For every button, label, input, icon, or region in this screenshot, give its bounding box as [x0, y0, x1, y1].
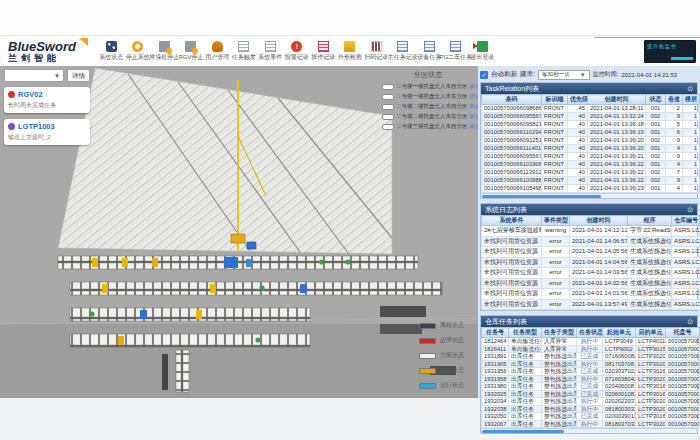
operation-records-icon	[318, 41, 329, 52]
table-row[interactable]: 1931980出库任务整包拣选出库已完成0204060081LCTP301600…	[482, 383, 700, 391]
table-row[interactable]: 001005700066095821621FRONT402021-04-01 1…	[482, 121, 700, 129]
table-row[interactable]: 未找到可用货位资源error2021-04-01 14:01:56生成系统拣选任…	[482, 289, 700, 300]
table-cell: 2021-04-01 13:36:23	[588, 185, 646, 193]
table-row[interactable]: 未找到可用货位资源error2021-04-01 13:57:49生成系统拣选任…	[482, 299, 700, 310]
zone-track-link[interactable]: 轨迹	[470, 113, 479, 120]
table-row[interactable]: 1932050出库任务整包拣选出库已完成0200039011LCTP301600…	[482, 413, 700, 421]
zone-track-link[interactable]: 轨迹	[470, 93, 479, 100]
collapse-icon[interactable]: ⊙	[687, 316, 693, 327]
toolbar-button-operation-records[interactable]: 操作记录	[310, 41, 337, 62]
table-row[interactable]: 1931956出库任务整包拣选出库已完成0203037022LCTP301600…	[482, 368, 700, 376]
collapse-icon[interactable]: ⊙	[687, 83, 693, 94]
table-cell: 未找到可用货位资源	[482, 247, 542, 258]
table-row[interactable]: 001005700066095567701FRONT402021-04-01 1…	[482, 113, 700, 121]
checkbox-icon[interactable]	[382, 124, 394, 130]
toolbar-button-stop-system[interactable]: 停止系统	[125, 41, 152, 62]
table-cell: 出库任务	[509, 390, 542, 398]
table-row[interactable]: 001005700066111401901FRONT402021-04-01 1…	[482, 145, 700, 153]
table-row[interactable]: 001005700066095567702FRONT402021-04-01 1…	[482, 153, 700, 161]
table-cell: 整包拣选出库	[542, 398, 577, 406]
toolbar-button-rgv-stop[interactable]: RGV停止	[178, 41, 205, 62]
details-button[interactable]: 详情	[67, 69, 90, 82]
table-cell: 未找到可用货位资源	[482, 236, 542, 247]
table-row[interactable]: 001005700066113912005FRONT402021-04-01 1…	[482, 169, 700, 177]
toolbar-button-task-trigger[interactable]: 任务触发	[231, 41, 258, 62]
zone-track-link[interactable]: 轨迹	[470, 83, 479, 90]
zone-checkbox-item[interactable]: 二号楼二楼托盘北入库西分区 轨迹	[382, 103, 474, 110]
table-row[interactable]: 1932025出库任务整包拣选出库已完成0206001082LCTP301600…	[482, 390, 700, 398]
zone-checkbox-item[interactable]: 二号楼三楼托盘北入库西分区 轨迹	[382, 123, 474, 130]
toolbar-button-logout[interactable]: 退出登录	[469, 41, 496, 62]
table-row[interactable]: 未找到可用货位资源error2021-04-01 14:03:56生成系统拣选任…	[482, 268, 700, 279]
table-cell: 001005700066101906391	[482, 161, 542, 169]
checkbox-icon[interactable]	[382, 84, 394, 90]
table-cell: 1931905	[482, 360, 509, 368]
table-row[interactable]: 未找到可用货位资源error2021-04-01 14:04:56生成系统拣选任…	[482, 257, 700, 268]
table-row[interactable]: 001005700066091251231FRONT402021-04-01 1…	[482, 137, 700, 145]
toolbar-button-profile-detection[interactable]: 外形检测	[337, 41, 364, 62]
table-cell: 0818037032	[603, 420, 636, 428]
main-area: ▼ 详情 RGV02 长时间未完成任务 LGTP1003 输送上货超时_2 分区…	[0, 66, 700, 398]
table-row[interactable]: 1931891出库任务整包拣选出库已完成0716060082LCTP302000…	[482, 353, 700, 361]
table-cell: LCTP3016	[636, 390, 666, 398]
table-cell: 2021-04-01 14:03:56	[570, 268, 628, 279]
table-cell: 生成系统拣选任务模块	[628, 257, 672, 268]
table-row[interactable]: 001005700066098686219FRONT452021-04-01 1…	[482, 105, 700, 113]
table-row[interactable]: 1826411单向输送任务入库异常执行中LCTP9002LCTP30150010…	[482, 345, 700, 353]
table-row[interactable]: 001005700066105498571FRONT402021-04-01 1…	[482, 185, 700, 193]
refresh-rate-select[interactable]: 每30秒一次 ▼	[538, 70, 590, 80]
toolbar-button-scan-records[interactable]: 扫码记录	[363, 41, 390, 62]
table-cell: 2021-04-01 14:05:56	[570, 247, 628, 258]
panel-title: 仓库任务列表	[485, 316, 527, 327]
table-cell: 单向输送任务	[509, 345, 542, 353]
table-row[interactable]: 未找到可用货位资源error2021-04-01 14:02:56生成系统拣选任…	[482, 278, 700, 289]
zone-checkbox-item[interactable]: 二号楼二楼托盘北入库东分区 轨迹	[382, 113, 474, 120]
toolbar-button-system-events[interactable]: 系统事件	[257, 41, 284, 62]
toolbar-button-pg-tasks[interactable]: PG二车任务	[443, 41, 470, 62]
table-cell: 1932038	[482, 405, 509, 413]
table-row[interactable]: 001005700066100988811FRONT402021-04-01 1…	[482, 177, 700, 185]
table-cell: 整包拣选出库	[542, 368, 577, 376]
table-row[interactable]: 2#七层穿梭车接驳超时提醒:平冶代码warning2021-04-01 14:1…	[482, 226, 700, 237]
column-header: 条码	[482, 95, 542, 105]
zone-track-link[interactable]: 轨迹	[470, 123, 479, 130]
toolbar-button-stacker-stop[interactable]: 堆垛机停止	[151, 41, 178, 62]
collapse-icon[interactable]: ⊙	[687, 204, 693, 215]
zone-track-link[interactable]: 轨迹	[470, 103, 479, 110]
table-row[interactable]: 未找到可用货位资源error2021-04-01 14:06:57生成系统拣选任…	[482, 236, 700, 247]
table-row[interactable]: 未找到可用货位资源error2021-04-01 14:05:56生成系统拣选任…	[482, 247, 700, 258]
checkbox-icon[interactable]	[382, 94, 394, 100]
table-cell: 001	[646, 105, 666, 113]
table-row[interactable]: 1932038出库任务整包拣选出库执行中0818003032LCTP302000…	[482, 405, 700, 413]
auto-refresh-checkbox[interactable]	[480, 71, 488, 79]
h-scrollbar[interactable]	[481, 428, 697, 433]
table-row[interactable]: 1932067出库任务整包拣选出库执行中0818037032LCTP302000…	[482, 420, 700, 428]
legend-item: 空闲状态	[419, 351, 464, 360]
table-row[interactable]: 001005700066101906391FRONT402021-04-01 1…	[482, 161, 700, 169]
alert-card[interactable]: LGTP1003 输送上货超时_2	[4, 119, 90, 145]
column-header: 巷道	[666, 95, 683, 105]
device-filter-select[interactable]: ▼	[4, 69, 64, 82]
checkbox-icon[interactable]	[382, 104, 394, 110]
toolbar-button-system-status[interactable]: 系统状态	[98, 41, 125, 62]
table-row[interactable]: 1931958出库任务整包拣选出库执行中0716038042LCTP302000…	[482, 375, 700, 383]
checkbox-icon[interactable]	[382, 114, 394, 120]
table-row[interactable]: 1932034出库任务整包拣选出库执行中0202022033LCTP302000…	[482, 398, 700, 406]
alert-card[interactable]: RGV02 长时间未完成任务	[4, 87, 90, 113]
toolbar-button-alarm-records[interactable]: 报警记录	[284, 41, 311, 62]
warehouse-3d-view[interactable]: ▼ 详情 RGV02 长时间未完成任务 LGTP1003 输送上货超时_2 分区…	[0, 66, 478, 398]
column-header: 系统事件	[482, 216, 542, 226]
table-cell: 2021-04-01 13:36:22	[588, 169, 646, 177]
zone-checkbox-item[interactable]: 二号楼一楼托盘北入库西分区 轨迹	[382, 83, 474, 90]
table-cell: 0204060081	[603, 383, 636, 391]
table-row[interactable]: 1931905出库任务整包拣选出库执行中0817037081LCTP302000…	[482, 360, 700, 368]
table-cell: 整包拣选出库	[542, 413, 577, 421]
toolbar-button-user-management[interactable]: 用户管理	[204, 41, 231, 62]
table-row[interactable]: 001005700066110294571FRONT402021-04-01 1…	[482, 129, 700, 137]
table-cell: 001005700066152201	[666, 353, 700, 361]
toolbar-button-main-task-records[interactable]: 主任务记录	[390, 41, 417, 62]
zone-checkbox-item[interactable]: 二号楼一楼托盘北入库东分区 轨迹	[382, 93, 474, 100]
table-row[interactable]: 1812464单向输送任务入库异常执行中LCTP3049LCTP40110010…	[482, 338, 700, 346]
table-cell: ASRS,LC2	[672, 289, 700, 300]
h-scrollbar[interactable]	[481, 193, 697, 198]
